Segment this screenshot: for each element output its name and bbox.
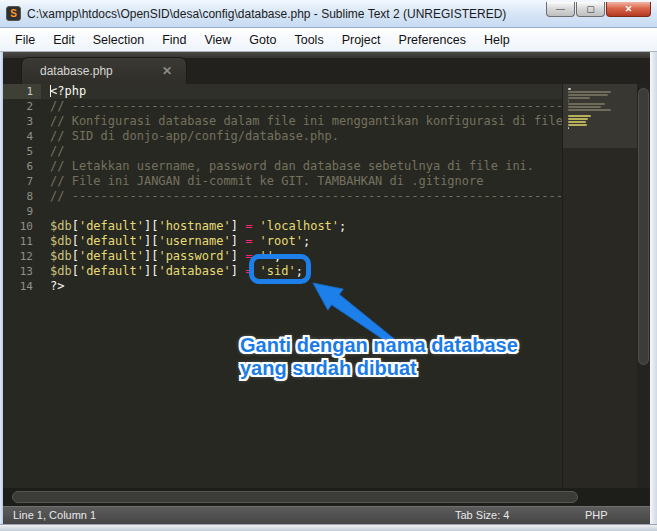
menu-item-find[interactable]: Find <box>153 30 195 50</box>
line-number: 14 <box>3 279 41 294</box>
code-lines: 1<?php2// ------------------------------… <box>3 84 650 294</box>
menubar: FileEditSelectionFindViewGotoToolsProjec… <box>0 28 657 52</box>
window-border-right <box>650 52 657 524</box>
line-number: 11 <box>3 234 41 249</box>
menu-item-file[interactable]: File <box>6 30 44 50</box>
code-line[interactable]: 2// ------------------------------------… <box>3 99 650 114</box>
menu-item-project[interactable]: Project <box>333 30 390 50</box>
window-controls: — ▢ ✕ <box>545 2 651 17</box>
menu-item-edit[interactable]: Edit <box>44 30 84 50</box>
tab-size-status[interactable]: Tab Size: 4 <box>455 507 509 524</box>
line-number: 13 <box>3 264 41 279</box>
code-text: ?> <box>41 279 650 294</box>
code-text: // File ini JANGAN di-commit ke GIT. TAM… <box>41 174 650 189</box>
code-line[interactable]: 9 <box>3 204 650 219</box>
code-line[interactable]: 6// Letakkan username, password dan data… <box>3 159 650 174</box>
minimap[interactable] <box>562 84 637 488</box>
line-number: 5 <box>3 144 41 159</box>
code-text: // Letakkan username, password dan datab… <box>41 159 650 174</box>
code-text: <?php <box>41 84 650 99</box>
code-line[interactable]: 12$db['default']['password'] = ''; <box>3 249 650 264</box>
line-number: 3 <box>3 114 41 129</box>
line-number: 2 <box>3 99 41 114</box>
code-line[interactable]: 14?> <box>3 279 650 294</box>
code-line[interactable]: 4// SID di donjo-app/config/database.php… <box>3 129 650 144</box>
line-number: 12 <box>3 249 41 264</box>
code-line[interactable]: 3// Konfigurasi database dalam file ini … <box>3 114 650 129</box>
menu-item-preferences[interactable]: Preferences <box>390 30 475 50</box>
line-number: 6 <box>3 159 41 174</box>
menu-item-help[interactable]: Help <box>475 30 519 50</box>
minimize-button[interactable]: — <box>546 2 575 17</box>
line-number: 9 <box>3 204 41 219</box>
line-number: 10 <box>3 219 41 234</box>
code-text: // -------------------------------------… <box>41 189 650 204</box>
menu-item-selection[interactable]: Selection <box>84 30 153 50</box>
code-text: // <box>41 144 650 159</box>
status-bar: Line 1, Column 1 Tab Size: 4 PHP <box>3 506 650 524</box>
cursor-position-status: Line 1, Column 1 <box>13 507 96 524</box>
code-line[interactable]: 13$db['default']['database'] = 'sid'; <box>3 264 650 279</box>
horizontal-scrollbar[interactable] <box>3 488 650 506</box>
syntax-mode-status[interactable]: PHP <box>585 507 608 524</box>
window-border-bottom <box>0 524 657 531</box>
code-text: // Konfigurasi database dalam file ini m… <box>41 114 650 129</box>
sublime-window: S C:\xampp\htdocs\OpenSID\desa\config\da… <box>0 0 657 531</box>
vertical-scrollbar-thumb[interactable] <box>638 88 649 365</box>
code-text: $db['default']['username'] = 'root'; <box>41 234 650 249</box>
horizontal-scrollbar-thumb[interactable] <box>12 491 578 503</box>
close-button[interactable]: ✕ <box>606 2 651 17</box>
code-text: // SID di donjo-app/config/database.php. <box>41 129 650 144</box>
app-icon[interactable]: S <box>6 6 21 21</box>
line-number: 8 <box>3 189 41 204</box>
line-number: 4 <box>3 129 41 144</box>
code-line[interactable]: 11$db['default']['username'] = 'root'; <box>3 234 650 249</box>
code-text <box>41 204 650 219</box>
code-line[interactable]: 7// File ini JANGAN di-commit ke GIT. TA… <box>3 174 650 189</box>
maximize-button[interactable]: ▢ <box>576 2 605 17</box>
tab-database-php[interactable]: database.php ✕ <box>21 57 187 84</box>
line-number: 7 <box>3 174 41 189</box>
menu-item-goto[interactable]: Goto <box>240 30 285 50</box>
tab-bar: database.php ✕ <box>3 52 650 84</box>
minimap-viewport <box>563 84 638 148</box>
vertical-scrollbar[interactable] <box>637 84 650 488</box>
code-text: // -------------------------------------… <box>41 99 650 114</box>
menu-item-view[interactable]: View <box>195 30 240 50</box>
code-line[interactable]: 8// ------------------------------------… <box>3 189 650 204</box>
code-line[interactable]: 5// <box>3 144 650 159</box>
tab-label: database.php <box>22 64 162 78</box>
code-line[interactable]: 10$db['default']['hostname'] = 'localhos… <box>3 219 650 234</box>
menu-item-tools[interactable]: Tools <box>285 30 332 50</box>
code-line[interactable]: 1<?php <box>3 84 650 99</box>
code-text: $db['default']['hostname'] = 'localhost'… <box>41 219 650 234</box>
code-text: $db['default']['password'] = ''; <box>41 249 650 264</box>
code-text: $db['default']['database'] = 'sid'; <box>41 264 650 279</box>
line-number: 1 <box>3 84 41 99</box>
tab-close-icon[interactable]: ✕ <box>162 64 186 78</box>
editor-content: database.php ✕ 1<?php2// ---------------… <box>3 52 650 524</box>
window-title: C:\xampp\htdocs\OpenSID\desa\config\data… <box>27 7 506 21</box>
code-editor[interactable]: 1<?php2// ------------------------------… <box>3 84 650 488</box>
